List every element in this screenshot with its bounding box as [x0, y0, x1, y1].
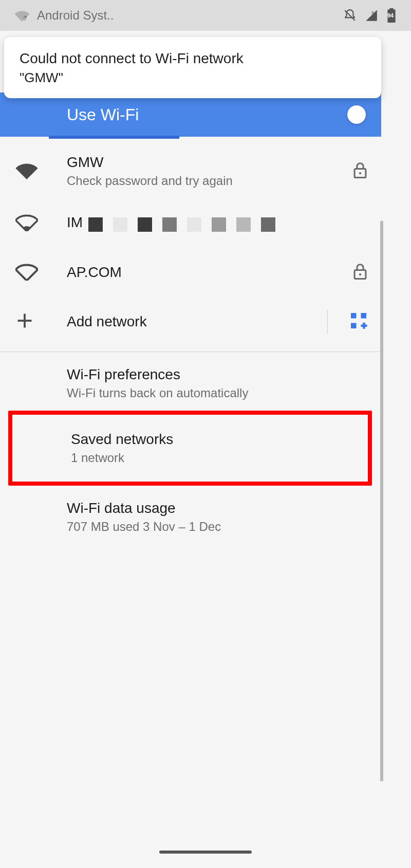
svg-rect-11 [351, 313, 357, 319]
wifi-preferences-row[interactable]: Wi-Fi preferences Wi-Fi turns back on au… [0, 352, 381, 411]
wifi-low-icon [15, 213, 38, 233]
battery-level: 94 [387, 12, 394, 19]
status-app-label: Android Syst.. [37, 8, 114, 23]
wifi-data-usage-sub: 707 MB used 3 Nov – 1 Dec [67, 520, 368, 534]
wifi-data-usage-row[interactable]: Wi-Fi data usage 707 MB used 3 Nov – 1 D… [0, 486, 381, 544]
svg-point-6 [359, 172, 361, 174]
lock-icon [352, 263, 368, 282]
wifi-preferences-sub: Wi-Fi turns back on automatically [67, 386, 368, 400]
wifi-header: Use Wi-Fi [0, 93, 381, 137]
dnd-off-icon [343, 9, 357, 22]
plus-icon [15, 311, 34, 332]
wifi-preferences-title: Wi-Fi preferences [67, 366, 368, 383]
network-name: AP.COM [67, 264, 352, 281]
highlight-box: Saved networks 1 network [8, 411, 372, 486]
svg-text:x: x [371, 9, 375, 15]
svg-text:?: ? [23, 15, 27, 22]
wifi-settings-content: GMW Check password and try again IM [0, 144, 381, 868]
scrollbar[interactable] [380, 221, 383, 781]
network-name: GMW [67, 154, 352, 171]
notification-subtitle: "GMW" [20, 70, 366, 86]
wifi-toggle[interactable] [347, 105, 366, 124]
divider [327, 309, 328, 334]
wifi-none-icon [15, 262, 38, 283]
status-bar: ? Android Syst.. x 94 [0, 0, 411, 31]
saved-networks-row[interactable]: Saved networks 1 network [12, 415, 368, 482]
signal-no-data-icon: x [365, 9, 378, 22]
network-row-gmw[interactable]: GMW Check password and try again [0, 144, 381, 198]
wifi-error-notification[interactable]: Could not connect to Wi-Fi network "GMW" [4, 37, 381, 98]
wifi-header-title: Use Wi-Fi [67, 105, 139, 124]
qr-scan-icon[interactable] [349, 311, 368, 332]
network-name: IM [67, 214, 83, 230]
nav-handle[interactable] [159, 851, 252, 854]
wifi-question-icon: ? [14, 9, 30, 22]
network-status: Check password and try again [67, 174, 352, 188]
add-network-row[interactable]: Add network [0, 297, 381, 346]
saved-networks-sub: 1 network [71, 451, 354, 465]
network-row-apcom[interactable]: AP.COM [0, 248, 381, 297]
network-row-im[interactable]: IM [0, 198, 381, 248]
svg-rect-13 [351, 323, 357, 329]
notification-title: Could not connect to Wi-Fi network [20, 50, 366, 67]
redacted-icon [88, 217, 275, 232]
svg-rect-12 [361, 313, 367, 319]
svg-point-8 [359, 273, 361, 275]
lock-icon [352, 161, 368, 181]
battery-icon: 94 [386, 8, 397, 23]
saved-networks-title: Saved networks [71, 431, 354, 448]
add-network-label: Add network [67, 313, 327, 330]
tab-underline [49, 136, 179, 139]
wifi-full-icon [15, 161, 38, 181]
svg-rect-4 [389, 8, 394, 10]
wifi-data-usage-title: Wi-Fi data usage [67, 500, 368, 516]
